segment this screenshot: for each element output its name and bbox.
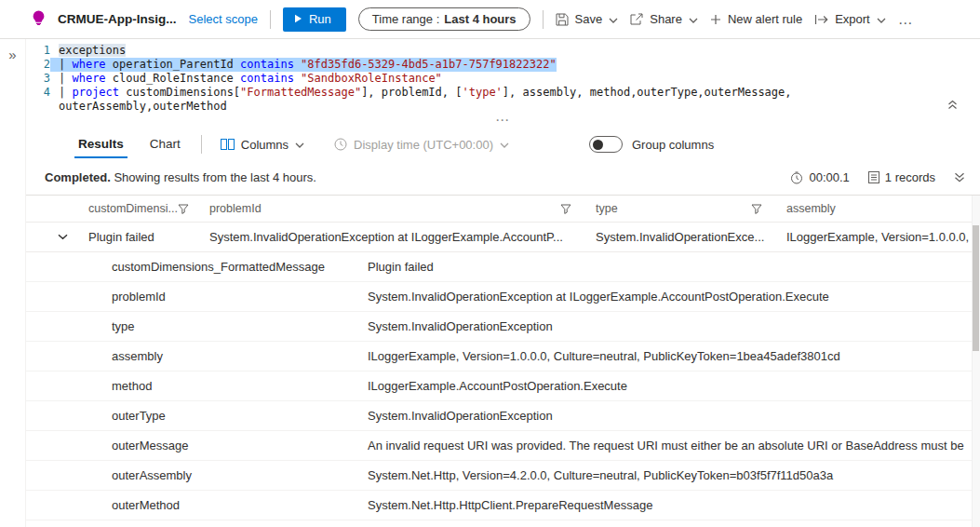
columns-icon	[221, 139, 235, 150]
display-time-dropdown[interactable]: Display time (UTC+00:00)	[334, 138, 509, 152]
code-line[interactable]: 1exceptions	[26, 44, 980, 58]
main-content: 1exceptions2| where operation_ParentId c…	[26, 39, 980, 527]
toolbar-divider	[543, 10, 544, 29]
column-header-type[interactable]: type	[596, 202, 786, 215]
filter-icon[interactable]	[560, 204, 571, 214]
query-editor[interactable]: 1exceptions2| where operation_ParentId c…	[26, 39, 980, 116]
collapse-editor-icon[interactable]	[947, 100, 958, 113]
more-button[interactable]: …	[898, 11, 914, 28]
tab-chart-label: Chart	[150, 137, 181, 151]
code-text: exceptions	[50, 44, 126, 58]
chevron-down-icon	[877, 18, 886, 23]
chevron-down-icon	[689, 18, 698, 23]
records-icon	[868, 171, 879, 183]
column-header-label: assembly	[786, 202, 836, 215]
code-text: | where operation_ParentId contains "8fd…	[50, 58, 557, 72]
export-button[interactable]: Export	[814, 12, 886, 26]
share-label: Share	[650, 12, 682, 26]
detail-key: outerMethod	[112, 498, 368, 512]
detail-key: problemId	[112, 290, 368, 304]
detail-row[interactable]: problemIdSystem.InvalidOperationExceptio…	[26, 282, 980, 312]
chevron-down-icon	[295, 142, 304, 148]
code-line[interactable]: 4| project customDimensions["FormattedMe…	[26, 86, 980, 100]
new-alert-rule-button[interactable]: New alert rule	[710, 12, 802, 26]
detail-rows: customDimensions_FormattedMessagePlugin …	[26, 252, 980, 520]
detail-row[interactable]: assemblyILoggerExample, Version=1.0.0.0,…	[26, 342, 980, 372]
time-range-value: Last 4 hours	[444, 12, 516, 26]
results-table: customDimensi... problemId type assembly…	[26, 196, 980, 527]
code-line[interactable]: 2| where operation_ParentId contains "8f…	[26, 58, 980, 72]
columns-dropdown[interactable]: Columns	[221, 138, 304, 152]
play-icon	[294, 14, 302, 23]
detail-key: outerAssembly	[112, 468, 368, 482]
detail-row[interactable]: methodILoggerExample.AccountPostOperatio…	[26, 372, 980, 401]
filter-icon[interactable]	[751, 204, 762, 214]
status-message: Completed. Showing results from the last…	[45, 170, 316, 184]
result-cell: System.InvalidOperationExce...	[596, 230, 786, 244]
expand-sidebar-icon[interactable]: »	[8, 47, 16, 62]
column-header-customdimensions[interactable]: customDimensi...	[88, 202, 209, 215]
elapsed-time: 00:00.1	[809, 170, 849, 184]
expand-results-icon[interactable]	[954, 172, 965, 182]
line-number	[26, 100, 50, 114]
tab-chart[interactable]: Chart	[148, 129, 182, 159]
detail-row[interactable]: outerAssemblySystem.Net.Http, Version=4.…	[26, 461, 980, 491]
detail-key: type	[112, 319, 368, 333]
detail-row[interactable]: outerTypeSystem.InvalidOperationExceptio…	[26, 401, 980, 431]
code-line[interactable]: 3| where cloud_RoleInstance contains "Sa…	[26, 72, 980, 86]
vertical-scrollbar[interactable]	[972, 196, 980, 527]
scrollbar-thumb[interactable]	[973, 225, 979, 351]
status-right: 00:00.1 1 records	[779, 170, 965, 184]
detail-key: assembly	[112, 349, 368, 363]
tab-results[interactable]: Results	[76, 129, 126, 159]
app-title: CRMUE-App-Insig...	[58, 12, 177, 26]
time-range-button[interactable]: Time range : Last 4 hours	[358, 7, 530, 31]
group-columns-label: Group columns	[632, 138, 714, 152]
result-row[interactable]: Plugin failed System.InvalidOperationExc…	[26, 223, 980, 252]
column-header-label: problemId	[209, 202, 262, 215]
group-columns-toggle[interactable]	[589, 136, 623, 153]
detail-value: System.InvalidOperationException	[368, 409, 980, 423]
detail-value: System.Net.Http.HttpClient.PrepareReques…	[368, 498, 980, 512]
time-range-label: Time range :	[372, 12, 440, 26]
command-bar: CRMUE-App-Insig... Select scope Run Time…	[0, 0, 980, 39]
column-header-label: customDimensi...	[88, 202, 178, 215]
code-text: | project customDimensions["FormattedMes…	[50, 86, 792, 100]
code-line[interactable]: outerAssembly,outerMethod	[26, 100, 980, 114]
detail-value: An invalid request URI was provided. The…	[368, 439, 980, 453]
plus-icon	[710, 14, 721, 25]
code-text: outerAssembly,outerMethod	[50, 100, 227, 114]
elapsed-group: 00:00.1	[790, 170, 849, 184]
toolbar-divider	[270, 10, 271, 29]
detail-key: method	[112, 379, 368, 393]
result-cell: Plugin failed	[88, 230, 209, 244]
left-rail: »	[0, 39, 26, 527]
status-bar: Completed. Showing results from the last…	[26, 160, 980, 196]
filter-icon[interactable]	[178, 204, 189, 214]
column-header-assembly[interactable]: assembly	[786, 202, 980, 215]
save-icon	[556, 13, 569, 26]
editor-lines: 1exceptions2| where operation_ParentId c…	[26, 44, 980, 114]
line-number: 4	[26, 86, 50, 100]
row-expand-chevron-icon[interactable]	[26, 234, 88, 240]
detail-row[interactable]: outerMethodSystem.Net.Http.HttpClient.Pr…	[26, 491, 980, 520]
detail-key: outerMessage	[112, 439, 368, 453]
column-header-problemid[interactable]: problemId	[209, 202, 596, 215]
detail-row[interactable]: customDimensions_FormattedMessagePlugin …	[26, 252, 980, 282]
status-completed: Completed.	[45, 170, 111, 184]
splitter-handle[interactable]: ⋯	[26, 116, 980, 128]
detail-value: Plugin failed	[368, 260, 980, 274]
select-scope-link[interactable]: Select scope	[189, 12, 258, 26]
share-button[interactable]: Share	[630, 12, 698, 26]
detail-value: ILoggerExample.AccountPostOperation.Exec…	[368, 379, 980, 393]
export-icon	[814, 14, 828, 25]
code-text: | where cloud_RoleInstance contains "San…	[50, 72, 442, 86]
detail-row[interactable]: outerMessageAn invalid request URI was p…	[26, 431, 980, 461]
detail-value: System.InvalidOperationException	[368, 319, 980, 333]
detail-row[interactable]: typeSystem.InvalidOperationException	[26, 312, 980, 342]
run-button[interactable]: Run	[283, 7, 346, 32]
save-button[interactable]: Save	[556, 12, 619, 26]
new-alert-rule-label: New alert rule	[728, 12, 802, 26]
result-cell: ILoggerExample, Version=1.0.0.0, C...	[786, 230, 980, 244]
display-time-label: Display time (UTC+00:00)	[354, 138, 493, 152]
